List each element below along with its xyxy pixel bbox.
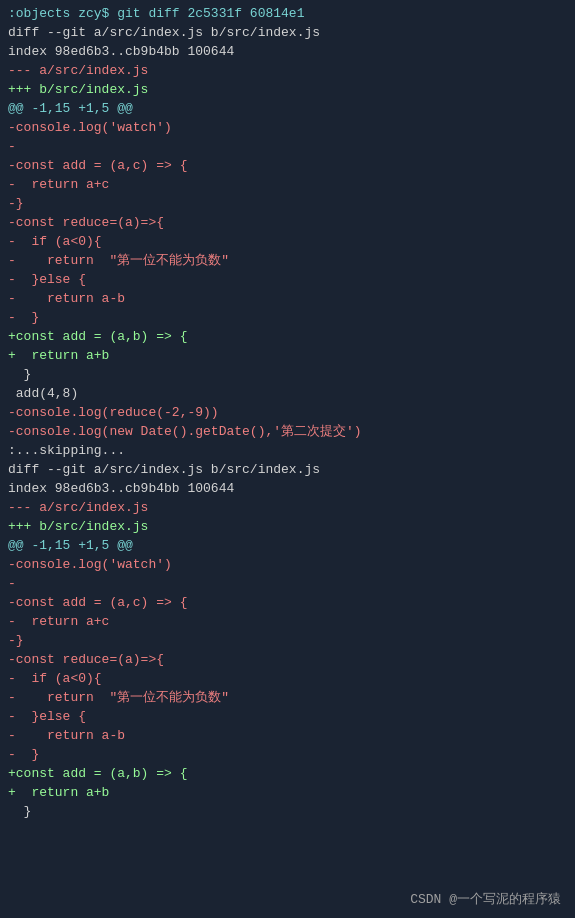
- terminal-line: +++ b/src/index.js: [8, 80, 567, 99]
- terminal-line: -console.log(reduce(-2,-9)): [8, 403, 567, 422]
- terminal-line: -}: [8, 194, 567, 213]
- terminal-line: +const add = (a,b) => {: [8, 764, 567, 783]
- terminal-line: +const add = (a,b) => {: [8, 327, 567, 346]
- terminal-line: :...skipping...: [8, 441, 567, 460]
- terminal-line: }: [8, 365, 567, 384]
- terminal-window: :objects zcy$ git diff 2c5331f 60814e1di…: [0, 0, 575, 918]
- terminal-line: -}: [8, 631, 567, 650]
- terminal-line: + return a+b: [8, 783, 567, 802]
- terminal-line: - }: [8, 308, 567, 327]
- terminal-line: -const add = (a,c) => {: [8, 593, 567, 612]
- terminal-line: -console.log('watch'): [8, 118, 567, 137]
- terminal-line: -console.log(new Date().getDate(),'第二次提交…: [8, 422, 567, 441]
- terminal-line: - if (a<0){: [8, 232, 567, 251]
- terminal-line: -console.log('watch'): [8, 555, 567, 574]
- terminal-line: - return a+c: [8, 612, 567, 631]
- terminal-line: --- a/src/index.js: [8, 61, 567, 80]
- terminal-line: --- a/src/index.js: [8, 498, 567, 517]
- terminal-line: :objects zcy$ git diff 2c5331f 60814e1: [8, 4, 567, 23]
- terminal-line: add(4,8): [8, 384, 567, 403]
- terminal-line: - }else {: [8, 270, 567, 289]
- terminal-line: diff --git a/src/index.js b/src/index.js: [8, 23, 567, 42]
- terminal-line: }: [8, 802, 567, 821]
- terminal-line: - return a-b: [8, 289, 567, 308]
- terminal-line: - return a+c: [8, 175, 567, 194]
- terminal-line: - return a-b: [8, 726, 567, 745]
- terminal-line: @@ -1,15 +1,5 @@: [8, 99, 567, 118]
- terminal-line: - }: [8, 745, 567, 764]
- terminal-line: +++ b/src/index.js: [8, 517, 567, 536]
- terminal-line: index 98ed6b3..cb9b4bb 100644: [8, 479, 567, 498]
- terminal-line: + return a+b: [8, 346, 567, 365]
- terminal-line: - return "第一位不能为负数": [8, 251, 567, 270]
- terminal-line: -const add = (a,c) => {: [8, 156, 567, 175]
- terminal-line: -const reduce=(a)=>{: [8, 213, 567, 232]
- terminal-line: diff --git a/src/index.js b/src/index.js: [8, 460, 567, 479]
- watermark-text: CSDN @一个写泥的程序猿: [410, 890, 561, 908]
- terminal-line: - return "第一位不能为负数": [8, 688, 567, 707]
- terminal-line: @@ -1,15 +1,5 @@: [8, 536, 567, 555]
- terminal-line: -: [8, 137, 567, 156]
- terminal-line: -const reduce=(a)=>{: [8, 650, 567, 669]
- terminal-line: index 98ed6b3..cb9b4bb 100644: [8, 42, 567, 61]
- terminal-line: - }else {: [8, 707, 567, 726]
- terminal-line: - if (a<0){: [8, 669, 567, 688]
- terminal-line: -: [8, 574, 567, 593]
